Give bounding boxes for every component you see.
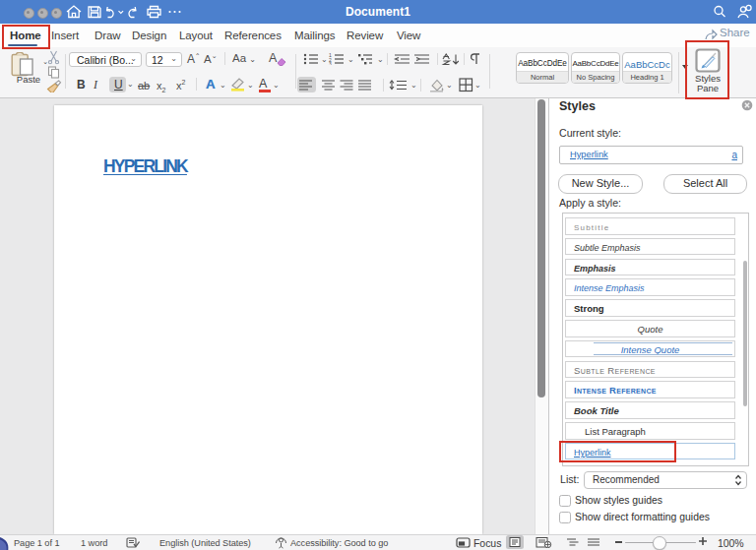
svg-text:3: 3: [329, 61, 332, 65]
